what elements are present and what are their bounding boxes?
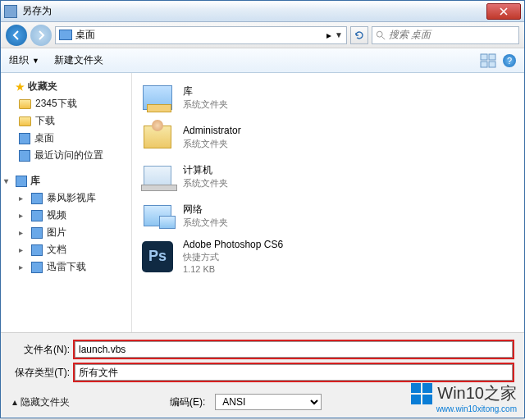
download-lib-icon — [31, 262, 43, 273]
svg-rect-4 — [489, 62, 495, 67]
body: ★ 收藏夹 2345下载 下载 桌面 最近访问的位置 ▾ 库 ▸暴风影视库 ▸视… — [1, 73, 524, 332]
search-icon — [376, 30, 386, 40]
filename-input[interactable] — [75, 341, 513, 358]
view-options-button[interactable] — [480, 53, 496, 68]
network-icon — [144, 205, 171, 226]
filetype-label: 保存类型(T): — [12, 366, 75, 380]
chevron-right-icon: ▸ — [19, 211, 27, 220]
list-item-computer[interactable]: 计算机系统文件夹 — [135, 157, 521, 196]
chevron-right-icon: ▸ — [19, 245, 27, 254]
hide-folders-button[interactable]: ▴ 隐藏文件夹 — [12, 395, 70, 409]
encoding-select[interactable]: ANSI — [215, 394, 322, 410]
filename-label: 文件名(N): — [12, 343, 75, 357]
titlebar[interactable]: 另存为 — [1, 1, 524, 22]
sidebar-item-downloads[interactable]: 下载 — [4, 112, 128, 130]
sidebar-item-recent[interactable]: 最近访问的位置 — [4, 147, 128, 164]
libraries-icon — [16, 176, 27, 187]
save-as-dialog: 另存为 桌面 ▸ ▼ 搜索 桌面 组织 ▼ 新建文件夹 — [0, 0, 525, 418]
user-folder-icon — [144, 126, 171, 148]
watermark: Win10之家 www.win10xitong.com — [411, 382, 517, 413]
sidebar-item-documents[interactable]: ▸文档 — [4, 241, 128, 258]
video-lib-icon — [31, 193, 43, 204]
watermark-url: www.win10xitong.com — [411, 404, 517, 413]
svg-rect-2 — [489, 54, 495, 60]
forward-arrow-icon — [36, 30, 46, 40]
new-folder-button[interactable]: 新建文件夹 — [54, 53, 103, 67]
toolbar: 组织 ▼ 新建文件夹 ? — [1, 48, 524, 73]
sidebar-item-baofeng[interactable]: ▸暴风影视库 — [4, 189, 128, 207]
address-text: 桌面 — [75, 28, 323, 42]
favorites-header[interactable]: ★ 收藏夹 — [4, 78, 128, 95]
forward-button[interactable] — [30, 25, 52, 46]
photoshop-icon: Ps — [142, 241, 173, 272]
chevron-right-icon: ▸ — [19, 262, 27, 272]
list-item-photoshop[interactable]: Ps Adobe Photoshop CS6快捷方式1.12 KB — [135, 235, 521, 278]
list-item-libraries[interactable]: 库系统文件夹 — [135, 78, 521, 117]
computer-icon — [144, 166, 171, 187]
star-icon: ★ — [16, 81, 25, 93]
desktop-icon — [19, 133, 30, 144]
libraries-group: ▾ 库 ▸暴风影视库 ▸视频 ▸图片 ▸文档 ▸迅雷下载 — [4, 172, 128, 276]
chevron-down-icon: ▼ — [32, 57, 39, 65]
window-title: 另存为 — [22, 4, 52, 18]
chevron-right-icon: ▸ — [19, 228, 27, 237]
svg-rect-3 — [481, 62, 487, 67]
favorites-group: ★ 收藏夹 2345下载 下载 桌面 最近访问的位置 — [4, 78, 128, 164]
windows-logo-icon — [411, 383, 432, 404]
help-button[interactable]: ? — [503, 54, 516, 67]
navbar: 桌面 ▸ ▼ 搜索 桌面 — [1, 22, 524, 48]
chevron-down-icon: ▾ — [4, 176, 12, 185]
watermark-text: Win10之家 — [437, 382, 517, 404]
file-list[interactable]: 库系统文件夹 Administrator系统文件夹 计算机系统文件夹 网络系统文… — [132, 73, 524, 332]
back-button[interactable] — [6, 25, 27, 46]
desktop-icon — [59, 30, 72, 40]
chevron-up-icon: ▴ — [12, 396, 17, 408]
search-input[interactable]: 搜索 桌面 — [372, 26, 519, 44]
svg-rect-1 — [481, 54, 487, 60]
filetype-select[interactable]: 所有文件 — [75, 364, 513, 381]
list-item-administrator[interactable]: Administrator系统文件夹 — [135, 117, 521, 157]
back-arrow-icon — [11, 30, 21, 40]
libraries-header[interactable]: ▾ 库 — [4, 172, 128, 189]
close-button[interactable] — [486, 3, 521, 20]
pictures-icon — [31, 227, 43, 239]
breadcrumb-arrow-icon[interactable]: ▸ — [326, 30, 331, 41]
encoding-label: 编码(E): — [170, 395, 205, 409]
sidebar-item-2345[interactable]: 2345下载 — [4, 95, 128, 112]
search-placeholder: 搜索 桌面 — [389, 28, 431, 42]
sidebar-item-videos[interactable]: ▸视频 — [4, 207, 128, 224]
folder-icon — [19, 99, 31, 109]
organize-menu[interactable]: 组织 ▼ — [9, 53, 39, 67]
recent-icon — [19, 150, 30, 162]
window-icon — [4, 5, 17, 18]
sidebar-item-pictures[interactable]: ▸图片 — [4, 224, 128, 241]
folder-icon — [19, 116, 31, 126]
sidebar-item-xunlei[interactable]: ▸迅雷下载 — [4, 258, 128, 276]
svg-point-0 — [377, 31, 382, 37]
list-item-network[interactable]: 网络系统文件夹 — [135, 196, 521, 235]
libraries-icon — [143, 85, 172, 110]
close-icon — [500, 7, 508, 16]
sidebar-item-desktop[interactable]: 桌面 — [4, 130, 128, 147]
sidebar: ★ 收藏夹 2345下载 下载 桌面 最近访问的位置 ▾ 库 ▸暴风影视库 ▸视… — [1, 73, 132, 332]
documents-icon — [31, 244, 43, 256]
address-bar[interactable]: 桌面 ▸ ▼ — [55, 26, 347, 44]
refresh-icon — [354, 30, 365, 41]
refresh-button[interactable] — [350, 26, 368, 44]
address-dropdown-icon[interactable]: ▼ — [335, 30, 343, 39]
video-icon — [31, 210, 43, 221]
chevron-right-icon: ▸ — [19, 194, 27, 203]
